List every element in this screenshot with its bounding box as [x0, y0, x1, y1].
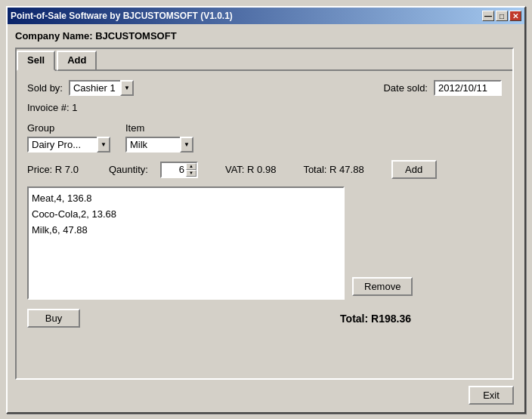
- quantity-input[interactable]: [162, 163, 186, 176]
- quantity-label: Qauntity:: [109, 164, 148, 175]
- price-label: Price: R 7.0: [27, 164, 79, 175]
- date-sold-label: Date sold:: [383, 82, 428, 94]
- minimize-button[interactable]: —: [482, 11, 494, 21]
- items-and-remove: Meat,4, 136.8 Coco-Cola,2, 13.68 Milk,6,…: [27, 186, 502, 300]
- exit-button[interactable]: Exit: [469, 386, 514, 405]
- sold-by-row: Sold by: Cashier 1 Cashier 2 ▼ Date sold…: [27, 80, 502, 96]
- tab-container: Sell Add Sold by: Cashier 1 Cashier 2: [15, 48, 514, 380]
- quantity-spinner: ▲ ▼: [160, 162, 198, 178]
- title-bar: Point-of-Sale Software by BJCUSTOMSOFT (…: [8, 8, 524, 24]
- list-item: Meat,4, 136.8: [32, 191, 340, 207]
- tabs: Sell Add: [17, 49, 512, 69]
- items-list[interactable]: Meat,4, 136.8 Coco-Cola,2, 13.68 Milk,6,…: [27, 186, 345, 300]
- buy-button[interactable]: Buy: [27, 309, 80, 328]
- tab-add[interactable]: Add: [57, 51, 97, 71]
- group-col: Group Dairy Pro... Meat Beverages ▼: [27, 122, 110, 153]
- cashier-select-wrapper: Cashier 1 Cashier 2 ▼: [69, 80, 134, 96]
- close-button[interactable]: ✕: [509, 11, 521, 21]
- add-button[interactable]: Add: [391, 160, 437, 179]
- spin-down-button[interactable]: ▼: [186, 170, 196, 177]
- price-row: Price: R 7.0 Qauntity: ▲ ▼ VAT: R 0.98 T…: [27, 160, 502, 179]
- sold-by-label: Sold by:: [27, 82, 63, 94]
- total-label: Total: R198.36: [340, 313, 411, 325]
- total-item-label: Total: R 47.88: [303, 164, 363, 175]
- group-select[interactable]: Dairy Pro... Meat Beverages: [27, 137, 110, 153]
- item-col: Item Milk Cheese Butter ▼: [125, 122, 193, 153]
- bottom-row: Buy Total: R198.36: [27, 309, 502, 328]
- tab-sell[interactable]: Sell: [17, 51, 55, 71]
- company-name: Company Name: BJCUSTOMSOFT: [15, 30, 517, 42]
- list-item: Milk,6, 47.88: [32, 223, 340, 239]
- remove-button[interactable]: Remove: [352, 277, 413, 296]
- group-select-wrapper: Dairy Pro... Meat Beverages ▼: [27, 137, 110, 153]
- cashier-select[interactable]: Cashier 1 Cashier 2: [69, 80, 134, 96]
- item-select-wrapper: Milk Cheese Butter ▼: [125, 137, 193, 153]
- date-sold-input[interactable]: [434, 80, 502, 96]
- title-bar-buttons: — □ ✕: [482, 11, 521, 21]
- list-item: Coco-Cola,2, 13.68: [32, 207, 340, 223]
- vat-label: VAT: R 0.98: [225, 164, 276, 175]
- group-col-label: Group: [27, 122, 110, 134]
- invoice-row: Invoice #: 1: [27, 102, 502, 113]
- invoice-label: Invoice #: 1: [27, 102, 78, 113]
- remove-col: Remove: [352, 186, 413, 296]
- item-col-label: Item: [125, 122, 193, 134]
- group-item-row: Group Dairy Pro... Meat Beverages ▼ Item: [27, 122, 502, 153]
- exit-row: Exit: [469, 386, 514, 405]
- maximize-button[interactable]: □: [496, 11, 508, 21]
- main-window: Point-of-Sale Software by BJCUSTOMSOFT (…: [6, 6, 526, 414]
- spinner-buttons: ▲ ▼: [186, 163, 196, 177]
- tab-content-sell: Sold by: Cashier 1 Cashier 2 ▼ Date sold…: [17, 69, 512, 337]
- spin-up-button[interactable]: ▲: [186, 163, 196, 170]
- item-select[interactable]: Milk Cheese Butter: [125, 137, 193, 153]
- window-title: Point-of-Sale Software by BJCUSTOMSOFT (…: [11, 11, 233, 21]
- window-content: Company Name: BJCUSTOMSOFT Sell Add Sold…: [8, 24, 524, 386]
